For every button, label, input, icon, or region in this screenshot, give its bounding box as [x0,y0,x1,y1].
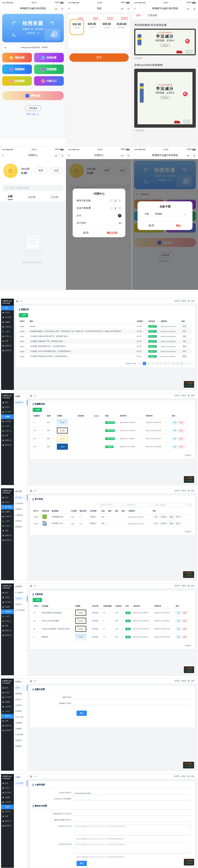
sidebar-item[interactable]: 题库管理 [1,728,14,733]
refresh-icon[interactable]: ↻ [34,585,36,587]
submenu-item[interactable]: 用户列表 [14,495,28,501]
search-input[interactable] [154,504,185,506]
sidebar-item[interactable]: 管理员 [1,405,14,410]
submenu-item[interactable]: 生成记录 [14,703,28,708]
delete-button[interactable]: 删除 [182,636,188,639]
menu-toggle-icon[interactable] [30,585,32,587]
delete-button[interactable]: 删除 [178,421,184,424]
home-tile[interactable]: 在线客服 [2,76,32,86]
logout-button[interactable]: 退出 [191,300,195,302]
price-plan[interactable]: 60次 ¥29.90 3分套餐 [85,19,99,35]
submenu-item[interactable]: 链接配置 [14,743,28,749]
sidebar-item[interactable]: 首页 [1,781,14,786]
page-button[interactable]: 1 [143,362,146,365]
submit-button[interactable]: 提交 [77,711,87,716]
edit-button[interactable]: 编辑 [175,636,182,639]
sidebar-item[interactable]: 设置 [1,339,14,343]
submenu-item[interactable]: 充值配置 [14,726,28,732]
page-button[interactable]: ... [185,362,188,365]
delete-button[interactable]: 删除 [178,445,184,448]
sidebar-item[interactable]: 轮播图 [1,509,14,514]
page-button[interactable]: 7 [168,362,171,365]
page-button[interactable]: 3 [151,362,154,365]
submenu-item[interactable]: ▾ 余额记录 [14,512,28,518]
delete-button[interactable]: 删除 [182,619,188,622]
page-button[interactable]: 8 [172,362,175,365]
refresh-icon[interactable]: ↻ [34,490,36,492]
price-plan[interactable]: 20次 ¥15.90 1分套餐 [70,19,84,35]
submenu-item[interactable]: 流量主 [14,685,28,691]
confirm-generate-button[interactable]: 确认生成 [99,228,125,237]
submenu-item[interactable]: 轮播图列表 [14,400,28,405]
member-edit-button[interactable]: 会员修改 [159,522,168,525]
sidebar-item[interactable]: 轮播图 [1,795,14,800]
bottom-grid-ad-id-input[interactable] [74,702,191,705]
sidebar-item[interactable]: 用户管理 [1,505,14,509]
delete-button[interactable]: 删除 [178,429,184,432]
sidebar-item[interactable]: 管理员 [1,786,14,790]
edit-button[interactable]: 编辑 [172,437,178,440]
page-button[interactable]: 9 [176,362,180,365]
sidebar-item[interactable]: 内容管理 [1,514,14,519]
minus-stepper[interactable]: − [109,206,113,210]
wechat-capsule[interactable]: •••⊙ [120,6,130,11]
delete-button[interactable]: 删除 [182,611,188,614]
sidebar-item[interactable]: 用户管理 [1,600,14,604]
wechat-capsule[interactable]: •••⊙ [120,153,130,158]
add-button[interactable]: + 新增 [33,598,42,602]
delete-button[interactable]: 删除 [182,340,188,343]
power-icon[interactable] [188,585,189,587]
sidebar-item[interactable]: 小程序 [1,709,14,714]
sidebar-item[interactable]: 设置 [1,433,14,438]
recharge-button[interactable]: 充值 [153,522,159,525]
submenu-item[interactable]: 激励视频 [14,691,28,697]
sidebar-item[interactable]: 首页 [1,400,14,405]
submenu-item[interactable]: 小程序设置 [14,780,28,786]
submenu-item[interactable]: 余额明细 [14,524,28,530]
logout-button[interactable]: 退出 [191,775,195,778]
wechat-capsule[interactable]: •••⊙ [186,6,196,11]
notice-bar[interactable]: ◀ www.jocat.cn欢迎使用，本程序 › [2,44,64,50]
sidebar-item[interactable]: 小程序 [1,424,14,429]
tab[interactable]: 全部 [136,14,141,17]
article-banner[interactable]: ● 学法减分神器助手 学法减分 拍照搜题、必加6分 智能答题 [134,69,196,128]
buy-button[interactable]: 购买 [34,168,47,174]
sidebar-item[interactable]: 小程序 [1,805,14,809]
sidebar-item[interactable]: 设置 [1,623,14,628]
sidebar-item[interactable]: 内容管理 [1,324,14,329]
sidebar-item[interactable]: 内容管理 [1,800,14,805]
home-tile[interactable]: 使用必看 [34,53,64,62]
sidebar-item[interactable]: 用户管理 [1,410,14,414]
logout-button[interactable]: 退出 [191,680,195,682]
delete-button[interactable]: 删除 [169,522,174,525]
sidebar-item[interactable]: 用户管理 [1,315,14,320]
sidebar-item[interactable]: 应用中心 [1,524,14,528]
sidebar-item[interactable]: 用户管理 [1,790,14,795]
sidebar-item[interactable]: 轮播图 [1,320,14,324]
back-icon[interactable]: ‹ [134,6,135,10]
plus-stepper[interactable]: + [118,199,121,203]
submit-button[interactable]: 提交 [77,861,87,866]
nickname-search[interactable] [153,503,186,507]
sidebar-item[interactable]: 轮播图 [1,604,14,609]
sidebar-item[interactable]: 小程序 [1,614,14,619]
article-title[interactable]: 交管12123补分使用教程 [134,63,196,67]
sidebar-item[interactable]: 内容管理 [1,705,14,709]
sidebar-item[interactable]: 应用中心 [1,714,14,719]
wechat-capsule[interactable]: •••⊙ [54,6,64,11]
menu-toggle-icon[interactable] [30,776,32,777]
target-icon[interactable]: ⊙ [127,154,129,157]
card-key-search[interactable] [3,185,63,191]
logout-button[interactable]: 退出 [191,394,195,397]
sidebar-item[interactable]: 题库管理 [1,824,14,828]
back-icon[interactable]: ‹ [68,153,69,157]
sidebar-item[interactable]: 首页 [1,306,14,310]
menu-toggle-icon[interactable] [30,395,32,397]
page-button[interactable]: 4 [155,362,159,365]
refresh-icon[interactable]: ↻ [34,394,36,397]
sidebar-item[interactable]: 管理员 [1,595,14,600]
minus-stepper[interactable]: − [109,199,113,203]
more-icon[interactable]: ••• [121,154,123,157]
back-icon[interactable]: ‹ [2,153,3,157]
sidebar-item[interactable]: 内容管理 [1,609,14,614]
